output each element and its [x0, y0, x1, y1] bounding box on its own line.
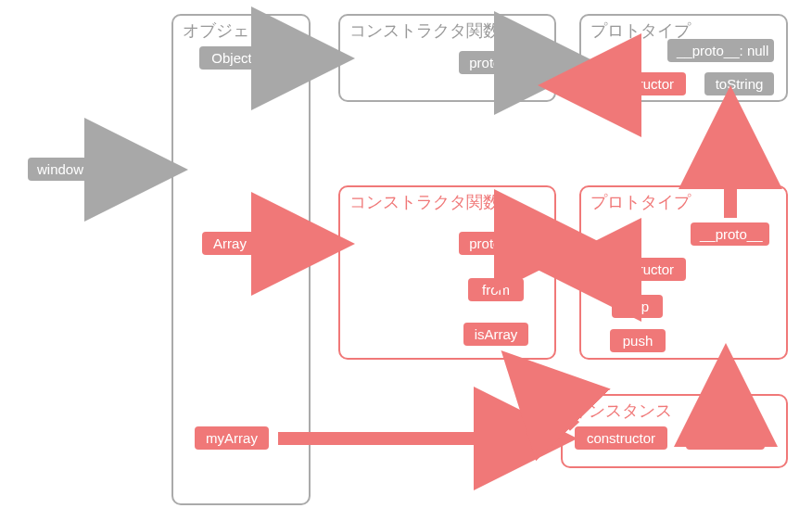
- arr-ctor-prototype-pill: prototype: [459, 232, 538, 255]
- inst-title: インスタンス: [572, 400, 672, 422]
- object-box-title: オブジェクト: [183, 19, 283, 42]
- arr-proto-push-pill: push: [610, 329, 666, 352]
- arr-proto-title: プロトタイプ: [590, 191, 691, 213]
- window-pill: window: [28, 158, 93, 181]
- arr-ctor-isarray-pill: isArray: [463, 323, 528, 346]
- obj-ctor-title: コンストラクタ関数: [349, 19, 500, 42]
- inst-constructor-pill: constructor: [575, 426, 667, 450]
- object-pill: Object: [199, 46, 264, 70]
- obj-proto-proto-pill: __proto__: null: [667, 39, 774, 62]
- obj-ctor-prototype-pill: prototype: [459, 51, 538, 74]
- obj-proto-constructor-pill: constructor: [593, 72, 686, 95]
- arr-proto-pop-pill: pop: [612, 295, 663, 318]
- arr-ctor-title: コンストラクタ関数: [349, 191, 500, 213]
- arr-proto-proto-pill: __proto__: [691, 222, 769, 246]
- arr-ctor-from-pill: from: [468, 278, 524, 301]
- arr-proto-constructor-pill: constructor: [593, 258, 686, 281]
- array-pill: Array: [202, 232, 258, 255]
- myarray-pill: myArray: [195, 426, 269, 450]
- inst-proto-pill: __proto__: [686, 426, 765, 450]
- obj-proto-tostring-pill: toString: [704, 72, 774, 95]
